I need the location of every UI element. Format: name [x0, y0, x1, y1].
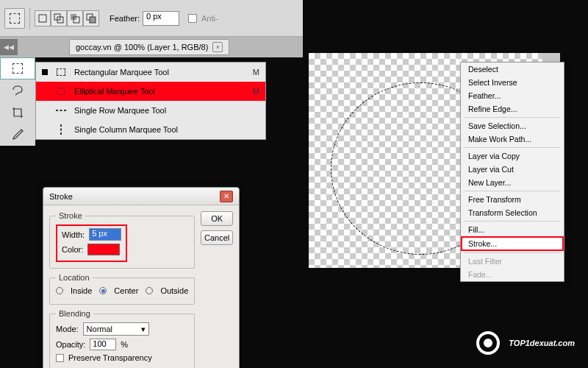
context-menu-item[interactable]: Free Transform	[461, 193, 564, 206]
preserve-transparency-checkbox[interactable]	[56, 354, 64, 362]
tools-panel	[0, 57, 35, 146]
separator	[29, 7, 30, 29]
flyout-item-rectangular[interactable]: Rectangular Marquee Tool M	[36, 63, 265, 82]
cancel-button[interactable]: Cancel	[201, 230, 233, 245]
selection-mode-group	[35, 10, 99, 26]
flyout-shortcut: M	[253, 68, 259, 77]
flyout-label: Single Column Marquee Tool	[74, 125, 252, 134]
highlighted-stroke-settings: Width: 5 px Color:	[56, 224, 127, 262]
ok-button[interactable]: OK	[201, 211, 233, 226]
feather-label: Feather:	[110, 14, 140, 23]
mode-new-button[interactable]	[35, 10, 51, 26]
flyout-item-elliptical[interactable]: Elliptical Marquee Tool M	[36, 82, 265, 101]
marquee-icon	[10, 13, 20, 24]
flyout-label: Elliptical Marquee Tool	[74, 87, 245, 96]
options-bar: Feather: 0 px Anti-	[0, 0, 303, 37]
context-menu-item[interactable]: Fill...	[461, 223, 564, 236]
flyout-shortcut: M	[253, 87, 259, 96]
document-tab-bar: ◀◀ goccay.vn @ 100% (Layer 1, RGB/8) ×	[0, 37, 303, 57]
close-tab-button[interactable]: ×	[212, 42, 223, 52]
location-fieldset: Location Inside Center Outside	[49, 273, 195, 305]
active-indicator-icon	[42, 69, 48, 75]
svg-point-8	[484, 339, 492, 347]
anti-alias-checkbox[interactable]	[188, 14, 197, 23]
center-label: Center	[114, 286, 138, 295]
context-menu-item[interactable]: Layer via Cut	[461, 163, 564, 176]
feather-input[interactable]: 0 px	[143, 11, 179, 26]
preserve-label: Preserve Transparency	[68, 353, 152, 362]
blending-fieldset: Blending Mode: Normal▾ Opacity: 100 % Pr…	[49, 309, 195, 368]
anti-alias-label: Anti-	[201, 14, 218, 23]
inside-label: Inside	[71, 286, 92, 295]
chevron-down-icon: ▾	[141, 325, 146, 334]
mode-label: Mode:	[56, 325, 79, 333]
radio-inside[interactable]	[56, 287, 63, 294]
context-menu-separator	[464, 221, 561, 222]
context-menu-separator	[464, 252, 561, 253]
marquee-icon	[12, 63, 23, 74]
current-tool-indicator[interactable]	[4, 8, 25, 29]
dialog-close-button[interactable]: ✕	[220, 191, 233, 202]
rect-marquee-icon	[55, 66, 67, 78]
eyedropper-tool-button[interactable]	[0, 124, 35, 146]
add-selection-icon	[54, 13, 64, 24]
panel-collapse-button[interactable]: ◀◀	[0, 39, 18, 55]
mode-intersect-button[interactable]	[83, 10, 99, 26]
outside-label: Outside	[160, 286, 188, 295]
stroke-legend: Stroke	[56, 211, 85, 220]
location-legend: Location	[56, 273, 93, 282]
cancel-label: Cancel	[204, 233, 229, 242]
crop-tool-button[interactable]	[0, 102, 35, 124]
dialog-title: Stroke	[49, 192, 220, 201]
width-label: Width:	[62, 230, 85, 239]
mode-select[interactable]: Normal▾	[83, 322, 149, 336]
dialog-titlebar[interactable]: Stroke ✕	[43, 188, 239, 205]
opacity-label: Opacity:	[56, 340, 85, 349]
context-menu-item: Fade...	[461, 268, 564, 281]
watermark-logo-icon	[475, 330, 501, 356]
radio-center[interactable]	[99, 287, 107, 294]
document-tab[interactable]: goccay.vn @ 100% (Layer 1, RGB/8) ×	[69, 39, 229, 55]
context-menu-item[interactable]: Save Selection...	[461, 119, 564, 132]
context-menu-separator	[464, 191, 561, 191]
context-menu-item[interactable]: Transform Selection	[461, 206, 564, 219]
context-menu-item[interactable]: New Layer...	[461, 176, 564, 189]
context-menu-item[interactable]: Make Work Path...	[461, 132, 564, 146]
watermark: TOP1dexuat.com	[475, 330, 575, 356]
crop-icon	[11, 106, 24, 119]
lasso-icon	[11, 84, 24, 97]
document-tab-title: goccay.vn @ 100% (Layer 1, RGB/8)	[76, 43, 208, 52]
flyout-label: Single Row Marquee Tool	[74, 106, 252, 115]
lasso-tool-button[interactable]	[0, 79, 35, 102]
context-menu-item[interactable]: Deselect	[461, 63, 564, 76]
watermark-text: TOP1dexuat.com	[509, 339, 575, 347]
context-menu-item[interactable]: Select Inverse	[461, 76, 564, 89]
dialog-body: Stroke Width: 5 px Color: Location Insid…	[43, 205, 239, 368]
opacity-unit: %	[121, 340, 128, 349]
context-menu-item[interactable]: Layer via Copy	[461, 149, 564, 163]
flyout-item-single-column[interactable]: Single Column Marquee Tool	[36, 120, 265, 139]
svg-rect-0	[39, 15, 46, 22]
width-input[interactable]: 5 px	[89, 228, 121, 241]
radio-outside[interactable]	[146, 287, 153, 294]
mode-add-button[interactable]	[51, 10, 67, 26]
row-marquee-icon	[55, 105, 67, 116]
eyedropper-icon	[11, 128, 24, 141]
marquee-tool-button[interactable]	[0, 57, 35, 79]
ellipse-marquee-icon	[55, 85, 67, 97]
context-menu-item[interactable]: Refine Edge...	[461, 102, 564, 116]
new-selection-icon	[37, 13, 48, 24]
mode-value: Normal	[87, 325, 112, 333]
ok-label: OK	[211, 214, 223, 223]
opacity-input[interactable]: 100	[90, 339, 116, 350]
color-label: Color:	[62, 245, 83, 254]
context-menu-item[interactable]: Feather...	[461, 89, 564, 102]
subtract-selection-icon	[70, 13, 80, 24]
context-menu-separator	[464, 147, 561, 148]
color-swatch[interactable]	[87, 244, 120, 255]
flyout-label: Rectangular Marquee Tool	[74, 68, 245, 77]
blending-legend: Blending	[56, 309, 93, 318]
flyout-item-single-row[interactable]: Single Row Marquee Tool	[36, 101, 265, 120]
context-menu-item[interactable]: Stroke...	[461, 236, 564, 251]
mode-subtract-button[interactable]	[67, 10, 83, 26]
